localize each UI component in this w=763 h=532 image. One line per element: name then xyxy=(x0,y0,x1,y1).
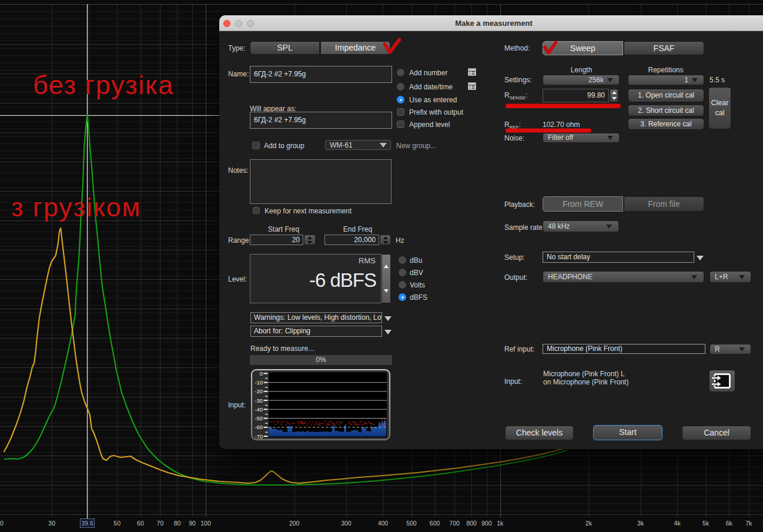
svg-text:2k: 2k xyxy=(585,520,593,527)
svg-text:7k: 7k xyxy=(745,520,752,527)
svg-text:60: 60 xyxy=(137,520,144,527)
svg-text:300: 300 xyxy=(341,520,352,527)
svg-text:-30: -30 xyxy=(255,397,263,403)
svg-text:700: 700 xyxy=(449,520,460,527)
svg-text:1k: 1k xyxy=(497,520,504,527)
svg-text:-50: -50 xyxy=(255,415,263,421)
svg-text:100: 100 xyxy=(200,520,211,527)
svg-text:80: 80 xyxy=(174,520,181,527)
svg-text:3k: 3k xyxy=(637,520,644,527)
svg-text:-20: -20 xyxy=(255,388,263,394)
svg-text:600: 600 xyxy=(430,520,440,527)
svg-text:70: 70 xyxy=(157,520,164,527)
svg-text:-70: -70 xyxy=(255,433,263,439)
svg-text:900: 900 xyxy=(481,520,492,527)
svg-text:-60: -60 xyxy=(255,424,263,430)
svg-text:20: 20 xyxy=(0,520,4,527)
svg-text:400: 400 xyxy=(378,520,389,527)
svg-text:-40: -40 xyxy=(255,406,263,412)
svg-text:6k: 6k xyxy=(726,520,733,527)
svg-text:30: 30 xyxy=(48,520,55,527)
svg-text:5k: 5k xyxy=(702,520,710,527)
svg-text:39.6: 39.6 xyxy=(81,520,93,527)
svg-text:800: 800 xyxy=(466,520,477,527)
svg-text:-10: -10 xyxy=(255,379,263,386)
svg-text:90: 90 xyxy=(189,520,196,527)
svg-text:500: 500 xyxy=(406,520,417,527)
svg-text:50: 50 xyxy=(113,520,121,527)
svg-text:4k: 4k xyxy=(674,520,681,527)
svg-text:200: 200 xyxy=(289,520,300,527)
svg-text:0: 0 xyxy=(259,370,262,376)
